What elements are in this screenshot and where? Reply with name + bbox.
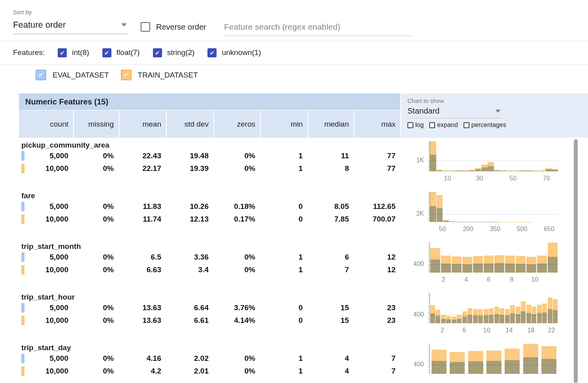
eval-bar (441, 264, 451, 273)
eval-dataset-toggle[interactable]: ✔ EVAL_DATASET (36, 70, 109, 80)
stat-cell: 5,000 (19, 352, 73, 365)
filter-unknown[interactable]: ✔ unknown(1) (207, 48, 261, 57)
expand-checkbox[interactable] (429, 122, 435, 128)
chart-type-select[interactable]: Standard (407, 104, 502, 118)
eval-bar (507, 171, 513, 171)
check-icon: ✔ (210, 50, 215, 56)
eval-bar (505, 264, 515, 273)
string-checkbox[interactable]: ✔ (153, 48, 162, 57)
x-tick-label: 22 (548, 327, 555, 334)
filter-float[interactable]: ✔ float(7) (102, 48, 140, 57)
percentages-toggle[interactable]: percentages (464, 121, 506, 129)
sort-by-control: Sort by Feature order (13, 9, 128, 34)
stat-cell: 1 (261, 354, 307, 363)
histogram-bin (430, 293, 435, 323)
bars (430, 344, 558, 374)
stat-value: 10,000 (45, 316, 73, 325)
float-checkbox[interactable]: ✔ (102, 48, 111, 57)
dataset-swatch (21, 202, 24, 211)
eval-bar (443, 171, 449, 171)
stat-cell: 15 (308, 303, 354, 312)
stat-cell: 1 (261, 164, 307, 173)
stat-cell: 10.26 (167, 202, 213, 211)
chart-plot (430, 243, 558, 273)
table-row: 10,0000%6.633.40%1712 (19, 264, 400, 276)
column-header-max: max (354, 110, 400, 138)
stat-cell: 700.07 (354, 215, 400, 224)
stat-cell: 0 (261, 202, 307, 211)
stat-cell: 7 (354, 354, 400, 363)
histogram-bin (430, 141, 436, 171)
train-dataset-checkbox[interactable]: ✔ (121, 70, 132, 80)
stat-value: 5,000 (49, 354, 73, 363)
histogram-bin (446, 293, 452, 323)
histogram-bin (488, 192, 494, 222)
stat-cell: 3.76% (214, 303, 260, 312)
stat-cell: 6.61 (167, 316, 213, 325)
eval-bar (553, 310, 558, 323)
log-checkbox[interactable] (407, 122, 413, 128)
reverse-order-toggle[interactable]: Reverse order (141, 22, 206, 32)
stat-cell: 11 (308, 152, 354, 160)
sort-by-select[interactable]: Feature order (13, 16, 128, 34)
eval-bar (523, 357, 538, 374)
histogram-bin (532, 192, 539, 222)
int-checkbox[interactable]: ✔ (58, 48, 67, 57)
y-axis-label: 400 (401, 361, 424, 368)
histogram-bin (441, 243, 451, 273)
stat-cell: 1 (261, 253, 307, 262)
dataset-swatch (21, 316, 24, 325)
stat-cell: 5,000 (19, 301, 73, 314)
eval-bar (430, 155, 436, 171)
eval-dataset-checkbox[interactable]: ✔ (36, 70, 46, 80)
eval-bar (430, 313, 435, 323)
log-toggle[interactable]: log (407, 121, 424, 129)
eval-bar (537, 264, 547, 273)
histogram-bin (537, 293, 542, 323)
eval-bar (468, 361, 483, 374)
percentages-checkbox[interactable] (464, 122, 469, 128)
chart-toggle-row: log expand percentages (407, 121, 582, 129)
eval-bar (552, 170, 558, 171)
eval-bar (521, 311, 526, 323)
histogram-chart: 400 (401, 340, 588, 383)
stat-cell: 0% (214, 367, 260, 375)
eval-bar (484, 264, 494, 273)
unknown-checkbox[interactable]: ✔ (207, 48, 217, 57)
stat-cell: 6.63 (119, 265, 166, 274)
reverse-order-checkbox[interactable] (141, 22, 150, 32)
stat-cell: 0% (74, 265, 119, 274)
stat-cell: 0% (74, 367, 119, 375)
histogram-bin (489, 293, 494, 323)
eval-bar (456, 171, 462, 171)
search-input[interactable] (223, 21, 413, 36)
numeric-features-section: Numeric Features (15) countmissingmeanst… (19, 93, 588, 383)
histogram-bin (526, 141, 532, 171)
stat-value: 5,000 (49, 202, 73, 211)
expand-toggle[interactable]: expand (429, 121, 458, 129)
bars (430, 293, 558, 323)
stat-cell: 5,000 (19, 251, 73, 264)
eval-bar (481, 167, 488, 171)
histogram-bin (473, 293, 478, 323)
y-axis-ticks (428, 141, 430, 171)
vertical-scrollbar[interactable] (574, 139, 578, 383)
column-header-count: count (19, 110, 73, 138)
filter-int[interactable]: ✔ int(8) (58, 48, 89, 57)
filter-string[interactable]: ✔ string(2) (153, 48, 195, 57)
y-axis-label: 400 (401, 260, 424, 267)
histogram-bin (505, 243, 515, 273)
stat-cell: 7 (308, 265, 354, 274)
histogram-bin (547, 293, 553, 323)
stat-value: 5,000 (49, 303, 73, 312)
stats-table: Numeric Features (15) countmissingmeanst… (19, 93, 400, 383)
train-dataset-toggle[interactable]: ✔ TRAIN_DATASET (121, 70, 198, 80)
eval-bar (430, 206, 436, 222)
chart-plot (430, 293, 558, 323)
x-tick-label: 50 (509, 175, 516, 182)
stat-cell: 0% (74, 202, 119, 211)
histogram-bin (540, 344, 558, 374)
stat-cell: 1 (261, 367, 307, 375)
eval-bar (488, 166, 494, 171)
table-row: 5,0000%6.53.360%1612 (19, 251, 400, 264)
